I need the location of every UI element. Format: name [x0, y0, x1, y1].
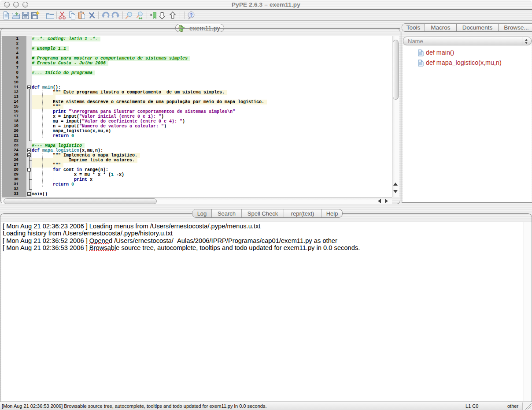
svg-text:?: ?: [190, 12, 193, 18]
